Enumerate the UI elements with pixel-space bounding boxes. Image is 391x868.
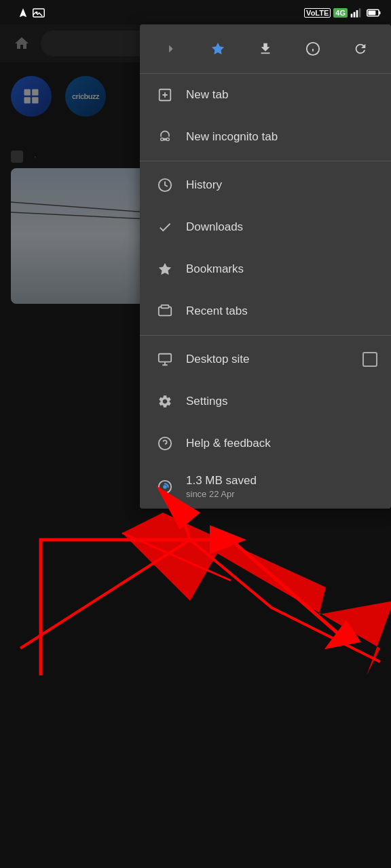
incognito-icon <box>153 125 176 149</box>
download-icon <box>258 41 273 56</box>
svg-rect-4 <box>356 10 358 18</box>
menu-toolbar <box>140 24 391 74</box>
nav-icon <box>18 7 29 18</box>
svg-point-42 <box>167 138 169 140</box>
desktop-site-icon <box>153 348 176 371</box>
menu-item-settings[interactable]: Settings <box>140 380 391 422</box>
bookmarks-label: Bookmarks <box>186 262 377 276</box>
menu-item-help-feedback[interactable]: Help & feedback <box>140 422 391 465</box>
recent-tabs-label: Recent tabs <box>186 304 377 318</box>
svg-rect-46 <box>159 354 171 362</box>
menu-item-new-incognito-tab[interactable]: New incognito tab <box>140 116 391 158</box>
image-icon <box>33 8 45 18</box>
downloads-icon <box>153 216 176 239</box>
svg-rect-2 <box>351 14 353 17</box>
menu-item-recent-tabs[interactable]: Recent tabs <box>140 290 391 332</box>
download-button[interactable] <box>250 34 280 64</box>
help-icon <box>153 432 176 455</box>
svg-point-52 <box>163 485 167 489</box>
bookmark-active-button[interactable] <box>203 34 233 64</box>
menu-item-history[interactable]: History <box>140 164 391 206</box>
forward-button[interactable] <box>155 34 185 64</box>
status-right: VoLTE 4G <box>301 7 381 18</box>
recent-tabs-icon <box>153 300 176 323</box>
svg-rect-5 <box>359 8 361 17</box>
divider-2 <box>140 335 391 336</box>
menu-item-new-tab[interactable]: New tab <box>140 74 391 116</box>
menu-item-downloads[interactable]: Downloads <box>140 206 391 248</box>
divider-1 <box>140 161 391 161</box>
refresh-button[interactable] <box>346 34 375 64</box>
bookmarks-icon <box>153 258 176 281</box>
new-incognito-tab-label: New incognito tab <box>186 130 377 144</box>
info-button[interactable] <box>298 34 328 64</box>
new-tab-label: New tab <box>186 88 377 102</box>
svg-point-41 <box>161 138 163 140</box>
history-icon <box>153 174 176 197</box>
menu-item-desktop-site[interactable]: Desktop site <box>140 338 391 380</box>
history-label: History <box>186 178 377 192</box>
dropdown-menu: New tab New incognito tab <box>140 24 391 509</box>
signal-icon <box>350 7 361 18</box>
settings-icon <box>153 390 176 413</box>
bookmark-star-icon <box>210 41 225 56</box>
menu-items-container: New tab New incognito tab <box>140 74 391 509</box>
data-saver-text: 1.3 MB saved since 22 Apr <box>186 474 257 499</box>
status-left <box>10 7 45 18</box>
menu-item-data-saver[interactable]: 1.3 MB saved since 22 Apr <box>140 465 391 509</box>
desktop-site-label: Desktop site <box>186 353 362 366</box>
status-bar: VoLTE 4G <box>0 0 391 24</box>
forward-icon <box>163 41 178 56</box>
svg-rect-7 <box>379 12 380 15</box>
settings-label: Settings <box>186 395 377 408</box>
refresh-icon <box>353 41 368 56</box>
data-saver-label: 1.3 MB saved <box>186 474 257 488</box>
svg-rect-3 <box>354 12 356 18</box>
help-feedback-label: Help & feedback <box>186 437 377 450</box>
downloads-label: Downloads <box>186 220 377 234</box>
data-saver-sublabel: since 22 Apr <box>186 489 257 499</box>
svg-rect-45 <box>162 305 169 309</box>
4g-badge: 4G <box>333 8 348 18</box>
battery-icon <box>367 8 381 18</box>
data-saver-icon <box>153 475 176 498</box>
menu-item-bookmarks[interactable]: Bookmarks <box>140 248 391 290</box>
new-tab-icon <box>153 83 176 106</box>
network-type: VoLTE <box>304 8 331 18</box>
desktop-site-checkbox[interactable] <box>362 352 377 367</box>
svg-rect-8 <box>368 11 375 15</box>
info-icon <box>305 41 320 56</box>
